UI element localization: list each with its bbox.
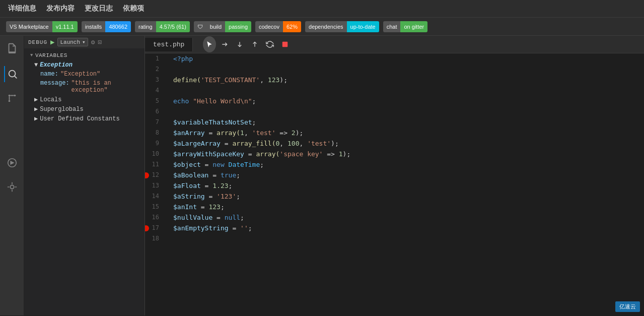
code-line: $anArray = array(1, 'test' => 2); <box>173 128 644 138</box>
code-line: $arrayWithSpaceKey = array('space key' =… <box>173 149 644 159</box>
debug-icon[interactable] <box>4 155 20 171</box>
code-line: $anEmptyString = ''; <box>173 223 644 233</box>
code-token: $aFloat <box>173 180 201 191</box>
code-token: $arrayWithSpaceKey <box>173 149 244 159</box>
code-token: $aString <box>173 191 205 202</box>
superglobals-section[interactable]: ▶ Superglobals <box>24 104 145 114</box>
code-line: $nullValue = null; <box>173 212 644 223</box>
launch-select[interactable]: Launch ▾ <box>57 38 88 46</box>
badge-label: VS Marketplace <box>6 21 52 32</box>
badge-group[interactable]: chaton gitter <box>383 21 428 32</box>
code-line: $object = new DateTime; <box>173 159 644 170</box>
arrow-down-icon: ▼ <box>34 61 38 69</box>
arrow-right-icon: ▶ <box>34 115 38 122</box>
code-token: ); <box>279 75 288 85</box>
code-token: $aBoolean <box>173 170 208 180</box>
code-token: = <box>201 159 212 170</box>
code-token: 'test' <box>307 138 331 149</box>
code-token: 123 <box>208 202 220 212</box>
code-token: ; <box>229 180 233 191</box>
code-line <box>173 64 644 75</box>
code-token: => <box>276 128 292 138</box>
top-menu-item[interactable]: 依赖项 <box>123 4 144 13</box>
stop-button[interactable] <box>278 38 292 51</box>
badge-group[interactable]: rating4.57/5 (61) <box>135 21 190 32</box>
cursor-icon <box>203 36 216 52</box>
code-token: $anEmptyString <box>173 223 229 233</box>
explorer-icon[interactable] <box>4 40 20 56</box>
code-token: = <box>229 223 240 233</box>
breakpoint-icon[interactable] <box>145 225 149 231</box>
code-token: ; <box>236 191 240 202</box>
line-number: 4 <box>145 85 163 96</box>
extensions-icon[interactable] <box>4 179 20 195</box>
code-token: ); <box>343 149 351 159</box>
line-number: 2 <box>145 64 163 75</box>
code-token: 'TEST_CONSTANT' <box>201 75 260 85</box>
code-line: <?php <box>173 53 644 64</box>
breakpoint-icon[interactable] <box>145 172 149 178</box>
editor-tab-test-php[interactable]: test.php <box>145 38 193 51</box>
badge-group[interactable]: codecov62% <box>255 21 301 32</box>
code-token: 100 <box>288 138 299 149</box>
code-token: , <box>299 138 307 149</box>
badge-group[interactable]: installs480662 <box>82 21 131 32</box>
code-token: 1 <box>240 128 244 138</box>
debug-play-button[interactable]: ▶ <box>50 38 54 46</box>
step-over-button[interactable] <box>218 38 231 51</box>
code-token: 123 <box>268 75 279 85</box>
line-number: 18 <box>145 233 163 244</box>
arrow-right-icon: ▶ <box>34 105 38 113</box>
code-token: 1.23 <box>212 180 228 191</box>
code-line <box>173 233 644 244</box>
code-token: define( <box>173 75 201 85</box>
line-number: 9 <box>145 138 163 149</box>
svg-rect-6 <box>282 42 288 47</box>
top-menu-item[interactable]: 发布内容 <box>46 4 75 13</box>
search-icon[interactable] <box>4 66 20 82</box>
git-icon[interactable] <box>4 90 20 106</box>
step-out-button[interactable] <box>248 38 261 51</box>
code-token: '123' <box>217 191 236 202</box>
code-token: ; <box>248 223 252 233</box>
code-token: => <box>323 149 338 159</box>
step-into-button[interactable] <box>233 38 246 51</box>
user-defined-constants-section[interactable]: ▶ User Defined Constants <box>24 114 145 123</box>
arrow-down-icon: ▼ <box>30 53 33 58</box>
code-editor[interactable]: 123456789101112131415161718 <?php define… <box>145 53 644 315</box>
badge-value: passing <box>225 21 251 32</box>
badge-group[interactable]: 🛡buildpassing <box>194 21 251 32</box>
line-number: 7 <box>145 117 163 128</box>
exception-item[interactable]: ▼ Exception <box>24 60 145 70</box>
code-token: array( <box>256 149 279 159</box>
settings-icon[interactable]: ⚙ <box>91 38 95 46</box>
code-token: = <box>205 128 217 138</box>
line-number: 8 <box>145 128 163 138</box>
code-token: 2 <box>292 128 296 138</box>
line-number: 13 <box>145 180 163 191</box>
terminal-icon[interactable]: ⊡ <box>98 38 102 46</box>
line-number: 11 <box>145 159 163 170</box>
code-token: $nullValue <box>173 212 212 223</box>
line-number: 15 <box>145 202 163 212</box>
code-token: DateTime <box>229 159 260 170</box>
svg-point-3 <box>8 95 10 97</box>
code-line <box>173 85 644 96</box>
badge-group[interactable]: dependenciesup-to-date <box>305 21 379 32</box>
code-line <box>173 106 644 117</box>
variables-header[interactable]: ▼ VARIABLES <box>24 50 145 60</box>
main-layout: DEBUG ▶ Launch ▾ ⚙ ⊡ ▼ VARIABLES ▼ Excep… <box>0 36 644 315</box>
badge-group[interactable]: VS Marketplacev1.11.1 <box>6 21 78 32</box>
code-token: 'test' <box>252 128 276 138</box>
restart-button[interactable] <box>263 38 276 51</box>
locals-section[interactable]: ▶ Locals <box>24 95 145 104</box>
top-menu-item[interactable]: 更改日志 <box>85 4 113 13</box>
debug-label: DEBUG <box>28 39 47 45</box>
code-line: $aLargeArray = array_fill(0, 100, 'test'… <box>173 138 644 149</box>
top-menu-item[interactable]: 详细信息 <box>8 4 36 13</box>
debug-toolbar <box>197 38 298 51</box>
code-line: $variableThatsNotSet; <box>173 117 644 128</box>
badge-value: 62% <box>283 21 301 32</box>
editor-tabs: test.php <box>145 36 644 53</box>
arrow-right-icon: ▶ <box>34 96 38 103</box>
